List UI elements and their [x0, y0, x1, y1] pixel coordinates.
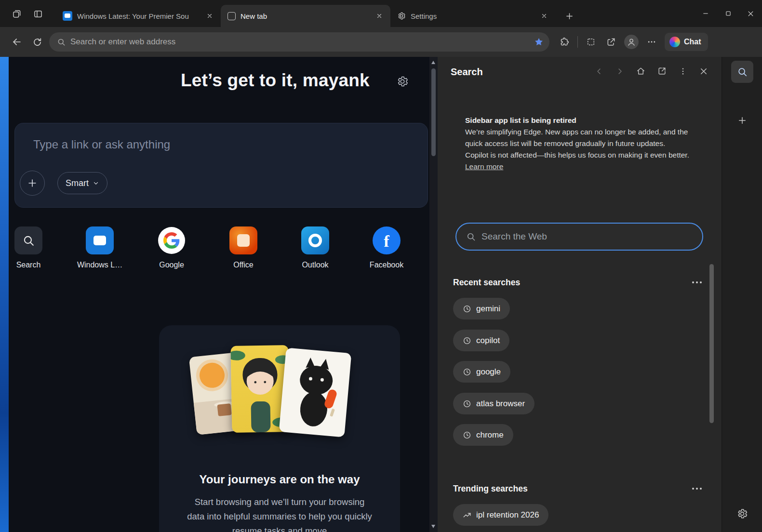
recent-search-label: gemini	[476, 304, 500, 314]
shortcut-label: Windows L…	[77, 261, 122, 269]
new-tab-button[interactable]	[562, 9, 576, 23]
page-settings-gear-icon[interactable]	[396, 75, 409, 88]
desktop-wallpaper-strip	[0, 57, 9, 532]
history-icon	[463, 399, 471, 408]
shortcut-google[interactable]: Google	[144, 226, 200, 269]
recent-search-pill[interactable]: google	[453, 361, 510, 383]
tab-windows-latest[interactable]: Windows Latest: Your Premier Sou	[56, 5, 221, 27]
office-icon	[229, 226, 257, 254]
retirement-notice: Sidebar app list is being retired We’re …	[465, 115, 697, 173]
shortcut-outlook[interactable]: Outlook	[287, 226, 343, 269]
window-controls	[694, 0, 762, 27]
panel-more-icon[interactable]	[679, 67, 687, 76]
panel-search-input[interactable]	[481, 231, 693, 242]
rail-settings-gear-icon[interactable]	[733, 504, 752, 523]
shortcut-facebook[interactable]: f Facebook	[359, 226, 414, 269]
open-in-new-icon[interactable]	[657, 66, 667, 76]
shortcut-label: Outlook	[302, 261, 328, 269]
journeys-card: Your journeys are on the way Start brows…	[159, 325, 400, 532]
shortcut-windows-latest[interactable]: Windows L…	[72, 226, 128, 269]
chat-label: Chat	[684, 38, 701, 46]
scrollbar-thumb[interactable]	[431, 68, 436, 156]
newtab-search-box[interactable]: Smart	[14, 123, 428, 208]
tabbar-left-actions	[9, 6, 46, 22]
refresh-icon[interactable]	[27, 32, 47, 52]
add-attachment-icon[interactable]	[20, 171, 45, 196]
share-icon[interactable]	[601, 32, 621, 52]
shortcut-search[interactable]: Search	[9, 226, 56, 269]
recent-search-label: chrome	[476, 430, 504, 440]
panel-scrollbar-thumb[interactable]	[709, 264, 714, 423]
chevron-right-icon[interactable]	[615, 67, 624, 76]
scroll-down-arrow[interactable]	[431, 525, 435, 528]
recent-search-pill[interactable]: copilot	[453, 330, 509, 351]
gear-icon	[397, 12, 406, 20]
tab-new-tab[interactable]: New tab	[221, 5, 390, 27]
close-tab-icon[interactable]	[373, 10, 386, 22]
windows-latest-icon	[86, 226, 114, 254]
journeys-body: Start browsing and we’ll turn your brows…	[186, 495, 374, 532]
panel-title: Search	[451, 66, 483, 78]
shortcut-label: Facebook	[370, 261, 403, 269]
rail-search-icon[interactable]	[731, 61, 753, 83]
recent-search-pill[interactable]: gemini	[453, 298, 510, 319]
content-area: Let’s get to it, mayank Smart	[0, 57, 762, 532]
sidebar-rail	[722, 57, 762, 532]
chevron-down-icon	[93, 180, 99, 186]
new-tab-favicon	[227, 12, 236, 20]
panel-search-box[interactable]	[455, 223, 703, 251]
back-icon[interactable]	[7, 32, 27, 52]
learn-more-link[interactable]: Learn more	[465, 162, 503, 171]
newtab-search-input[interactable]	[33, 138, 390, 151]
recent-search-label: copilot	[476, 336, 500, 346]
tab-title: New tab	[241, 12, 368, 20]
tab-settings[interactable]: Settings	[390, 5, 555, 27]
journeys-illustration	[193, 340, 357, 460]
recent-search-pill[interactable]: chrome	[453, 424, 513, 446]
greeting-heading: Let’s get to it, mayank	[181, 70, 370, 91]
recent-search-pill[interactable]: atlas browser	[453, 393, 535, 414]
history-icon	[463, 368, 471, 376]
trending-searches-heading: Trending searches	[453, 484, 528, 494]
shortcut-label: Google	[159, 261, 184, 269]
close-tab-icon[interactable]	[203, 10, 216, 22]
journeys-title: Your journeys are on the way	[159, 473, 400, 486]
copilot-icon	[669, 37, 680, 47]
search-side-panel: Search	[438, 57, 722, 532]
outlook-icon	[301, 226, 329, 254]
smart-mode-dropdown[interactable]: Smart	[57, 172, 107, 194]
address-input[interactable]	[70, 37, 534, 47]
scroll-up-arrow[interactable]	[431, 61, 435, 64]
trending-search-pill[interactable]: ipl retention 2026	[453, 504, 548, 526]
workspaces-icon[interactable]	[9, 6, 25, 22]
copilot-chat-button[interactable]: Chat	[665, 33, 708, 51]
recent-searches-more-icon[interactable]	[692, 278, 702, 287]
shortcut-office[interactable]: Office	[215, 226, 271, 269]
windows-latest-favicon	[63, 11, 72, 21]
close-panel-icon[interactable]	[699, 67, 708, 76]
extensions-icon[interactable]	[554, 32, 575, 52]
rail-add-icon[interactable]	[733, 111, 752, 130]
page-scrollbar[interactable]	[429, 57, 438, 532]
minimize-icon[interactable]	[694, 0, 717, 27]
favorites-star-icon[interactable]	[534, 37, 544, 47]
new-tab-page: Let’s get to it, mayank Smart	[9, 57, 438, 532]
toolbar-divider	[577, 36, 578, 48]
shortcut-label: Search	[16, 261, 41, 269]
address-bar[interactable]	[49, 32, 549, 52]
notice-title: Sidebar app list is being retired	[465, 115, 697, 126]
profile-avatar[interactable]	[621, 32, 642, 52]
toolbar: Chat	[0, 27, 762, 57]
illustration-card-cat	[279, 347, 352, 437]
chevron-left-icon[interactable]	[595, 67, 603, 76]
home-icon[interactable]	[636, 66, 645, 76]
maximize-icon[interactable]	[717, 0, 739, 27]
search-icon	[466, 232, 476, 241]
tab-actions-icon[interactable]	[30, 6, 46, 22]
more-menu-icon[interactable]	[642, 32, 662, 52]
trending-searches-more-icon[interactable]	[692, 484, 702, 493]
close-tab-icon[interactable]	[538, 10, 550, 22]
tab-title: Windows Latest: Your Premier Sou	[77, 12, 199, 20]
close-window-icon[interactable]	[739, 0, 762, 27]
web-capture-icon[interactable]	[581, 32, 601, 52]
